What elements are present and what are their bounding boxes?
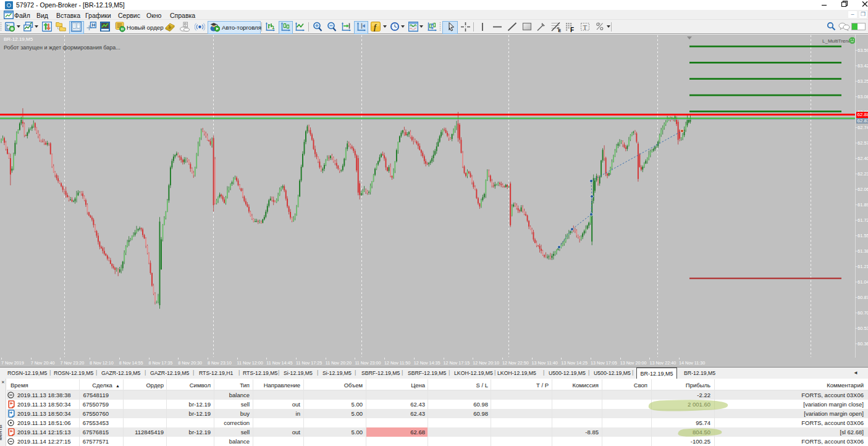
svg-text:T: T	[583, 23, 588, 31]
svg-text:E: E	[558, 28, 562, 33]
svg-text:F: F	[570, 27, 574, 33]
svg-text:H: H	[92, 22, 96, 28]
svg-text:1: 1	[272, 25, 275, 30]
